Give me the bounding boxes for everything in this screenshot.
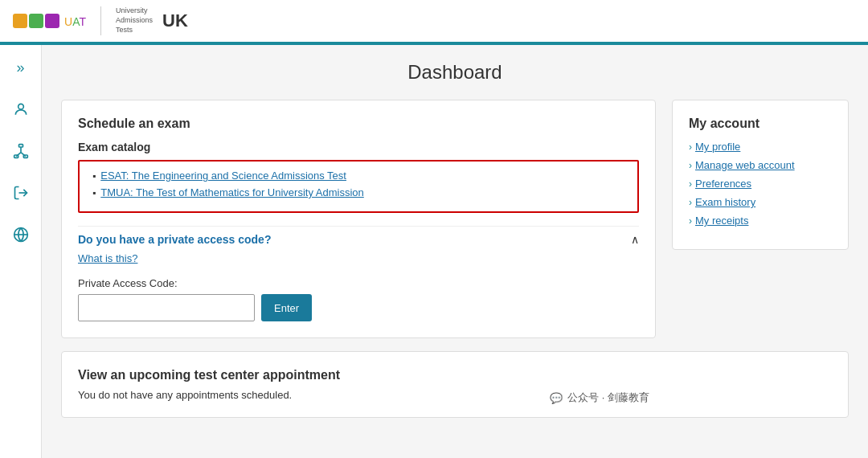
cards-row: Schedule an exam Exam catalog ESAT: The … bbox=[61, 100, 849, 338]
signout-icon[interactable] bbox=[6, 178, 35, 207]
my-account-title: My account bbox=[689, 117, 832, 131]
chevrons-right-icon[interactable]: » bbox=[6, 53, 35, 82]
logo-u-square bbox=[13, 14, 27, 28]
top-header: UAT UniversityAdmissionsTests UK bbox=[0, 0, 868, 45]
content-area: Dashboard Schedule an exam Exam catalog … bbox=[42, 45, 868, 458]
private-access-title: Do you have a private access code? bbox=[78, 233, 271, 246]
enter-button[interactable]: Enter bbox=[261, 294, 312, 321]
schedule-card: Schedule an exam Exam catalog ESAT: The … bbox=[61, 100, 656, 338]
exam-catalog-label: Exam catalog bbox=[78, 141, 639, 153]
sidebar: » bbox=[0, 45, 42, 458]
logo-t-square bbox=[45, 14, 59, 28]
logo-uk-text: UK bbox=[162, 10, 188, 31]
chevron-right-icon: › bbox=[689, 160, 692, 171]
my-receipts-link[interactable]: My receipts bbox=[695, 215, 748, 227]
schedule-card-title: Schedule an exam bbox=[78, 117, 639, 131]
list-item: ESAT: The Engineering and Science Admiss… bbox=[92, 170, 624, 182]
globe-icon[interactable] bbox=[6, 220, 35, 249]
exam-list: ESAT: The Engineering and Science Admiss… bbox=[92, 170, 624, 198]
chevron-right-icon: › bbox=[689, 178, 692, 190]
exam-list-box: ESAT: The Engineering and Science Admiss… bbox=[78, 160, 639, 213]
watermark: 💬 公众号 · 剑藤教育 bbox=[540, 386, 659, 410]
preferences-item: › Preferences bbox=[689, 178, 832, 190]
exam-history-link[interactable]: Exam history bbox=[695, 196, 755, 208]
logo-letters: UAT bbox=[64, 15, 86, 28]
svg-point-0 bbox=[18, 104, 23, 109]
logo-subtitle: UniversityAdmissionsTests bbox=[116, 6, 153, 35]
exam-history-item: › Exam history bbox=[689, 196, 832, 208]
tmua-link[interactable]: TMUA: The Test of Mathematics for Univer… bbox=[100, 186, 364, 198]
private-access-toggle[interactable]: Do you have a private access code? ∧ bbox=[78, 226, 639, 252]
my-profile-link[interactable]: My profile bbox=[695, 141, 740, 153]
chevron-right-icon: › bbox=[689, 141, 692, 153]
preferences-link[interactable]: Preferences bbox=[695, 178, 751, 190]
pac-input[interactable] bbox=[78, 294, 255, 321]
svg-rect-1 bbox=[18, 145, 23, 147]
watermark-text: 公众号 · 剑藤教育 bbox=[567, 391, 649, 405]
logo-divider bbox=[100, 6, 101, 35]
my-account-card: My account › My profile › Manage web acc… bbox=[672, 100, 849, 250]
logo-a-square bbox=[29, 14, 43, 28]
no-appointments-text: You do not have any appointments schedul… bbox=[78, 389, 832, 401]
chevron-right-icon: › bbox=[689, 215, 692, 227]
user-icon[interactable] bbox=[6, 95, 35, 124]
logo-squares bbox=[13, 14, 59, 28]
my-receipts-item: › My receipts bbox=[689, 215, 832, 227]
manage-web-account-link[interactable]: Manage web account bbox=[695, 159, 795, 171]
manage-web-account-item: › Manage web account bbox=[689, 159, 832, 171]
logo-uatuk: UAT bbox=[13, 14, 86, 28]
logo-area: UAT UniversityAdmissionsTests UK bbox=[13, 6, 188, 35]
appointments-card: View an upcoming test center appointment… bbox=[61, 351, 849, 418]
chevron-right-icon: › bbox=[689, 197, 692, 208]
appointments-title: View an upcoming test center appointment bbox=[78, 368, 832, 382]
esat-link[interactable]: ESAT: The Engineering and Science Admiss… bbox=[100, 170, 346, 182]
what-is-this-link[interactable]: What is this? bbox=[78, 252, 639, 264]
list-item: TMUA: The Test of Mathematics for Univer… bbox=[92, 186, 624, 198]
pac-label: Private Access Code: bbox=[78, 277, 639, 289]
chevron-up-icon: ∧ bbox=[631, 233, 639, 246]
page-title: Dashboard bbox=[61, 61, 849, 84]
wechat-icon: 💬 bbox=[550, 392, 563, 404]
logo-text-block: UniversityAdmissionsTests bbox=[116, 6, 153, 35]
network-icon[interactable] bbox=[6, 137, 35, 166]
my-profile-item: › My profile bbox=[689, 141, 832, 153]
main-layout: » bbox=[0, 45, 868, 458]
pac-row: Enter bbox=[78, 294, 639, 321]
